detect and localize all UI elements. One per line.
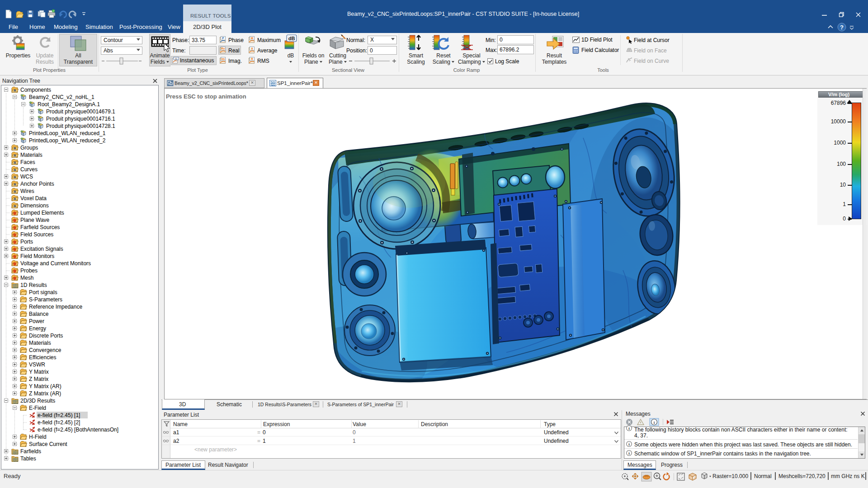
svg-text:M: M: [251, 37, 253, 40]
svg-text:Im: Im: [222, 57, 225, 61]
svg-text:dB: dB: [288, 36, 295, 41]
svg-text:P: P: [222, 37, 224, 40]
svg-text:?: ?: [840, 24, 844, 31]
svg-text:R: R: [251, 57, 253, 61]
svg-text:(t): (t): [175, 57, 177, 60]
svg-text:Re: Re: [221, 47, 225, 50]
svg-text:A: A: [251, 47, 253, 50]
